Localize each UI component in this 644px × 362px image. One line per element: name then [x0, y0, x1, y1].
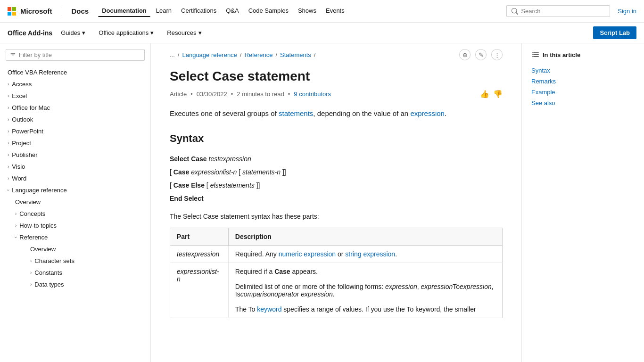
- syntax-line-1: Select Case testexpression: [170, 152, 503, 165]
- syntax-title: Syntax: [170, 132, 503, 145]
- syntax-description: The Select Case statement syntax has the…: [170, 213, 503, 220]
- toc-header: In this article: [531, 51, 635, 58]
- sidebar-item-outlook[interactable]: › Outlook: [0, 114, 150, 125]
- breadcrumb-statements[interactable]: Statements: [280, 51, 311, 58]
- breadcrumb-language-ref[interactable]: Language reference: [182, 51, 237, 58]
- syntax-line-3: [ Case Else [ elsestatements ]]: [170, 179, 503, 192]
- char-sets-chevron: ›: [30, 258, 32, 263]
- sidebar-item-publisher[interactable]: › Publisher: [0, 149, 150, 161]
- sidebar-item-excel[interactable]: › Excel: [0, 90, 150, 102]
- constants-label: Constants: [34, 269, 62, 276]
- syntax-line-4: End Select: [170, 192, 503, 205]
- toc-panel: In this article Syntax Remarks Example S…: [521, 43, 644, 362]
- breadcrumb-dots[interactable]: ...: [170, 51, 175, 58]
- sec-nav-resources[interactable]: Resources ▾: [162, 27, 206, 38]
- bc-sep1: /: [240, 51, 242, 58]
- article-contributors[interactable]: 9 contributors: [294, 90, 331, 98]
- guides-label: Guides: [61, 29, 80, 36]
- desc-link-expression[interactable]: expression: [410, 109, 445, 117]
- ppt-chevron: ›: [8, 129, 9, 134]
- breadcrumb-reference[interactable]: Reference: [244, 51, 272, 58]
- excel-chevron: ›: [8, 93, 9, 99]
- sidebar-item-access[interactable]: › Access: [0, 78, 150, 90]
- nav-documentation[interactable]: Documentation: [98, 5, 150, 17]
- reference-chevron: ›: [13, 237, 18, 238]
- table-cell-part-2: expressionlist-n: [170, 263, 229, 318]
- desc-text3: .: [445, 109, 446, 117]
- edit-icon[interactable]: ✎: [475, 49, 487, 60]
- toc-item-syntax[interactable]: Syntax: [531, 65, 635, 76]
- sec-nav-office-applications[interactable]: Office applications ▾: [94, 27, 158, 38]
- secondary-nav: Office Add-ins Guides ▾ Office applicati…: [0, 23, 644, 43]
- top-nav: Microsoft Docs Documentation Learn Certi…: [0, 0, 644, 23]
- sidebar-item-reference[interactable]: › Reference: [8, 231, 150, 243]
- nav-events[interactable]: Events: [322, 5, 348, 17]
- search-input[interactable]: [521, 8, 605, 15]
- sidebar-item-constants[interactable]: › Constants: [23, 267, 150, 279]
- syntax-block: Select Case testexpression [ Case expres…: [170, 152, 503, 205]
- link-string-expression[interactable]: string expression: [345, 250, 395, 258]
- add-to-collection-icon[interactable]: ⊕: [459, 49, 471, 60]
- sec-nav-guides[interactable]: Guides ▾: [56, 27, 90, 38]
- table-cell-desc-2: Required if a Case appears. Delimited li…: [228, 263, 502, 318]
- sidebar-item-powerpoint[interactable]: › PowerPoint: [0, 125, 150, 137]
- constants-chevron: ›: [30, 270, 32, 275]
- breadcrumb-actions: ⊕ ✎ ⋮: [459, 49, 503, 60]
- sidebar-item-how-to[interactable]: › How-to topics: [8, 220, 150, 231]
- desc-link-statements[interactable]: statements: [279, 109, 313, 117]
- docs-label: Docs: [72, 7, 89, 15]
- nav-divider: [62, 7, 62, 16]
- more-actions-icon[interactable]: ⋮: [491, 49, 503, 60]
- sidebar-item-office-for-mac[interactable]: › Office for Mac: [0, 102, 150, 114]
- word-label: Word: [12, 175, 26, 182]
- toc-item-example[interactable]: Example: [531, 87, 635, 98]
- nav-certifications[interactable]: Certifications: [177, 5, 220, 17]
- office-apps-label: Office applications: [99, 29, 149, 36]
- nav-code-samples[interactable]: Code Samples: [245, 5, 292, 17]
- visio-chevron: ›: [8, 164, 9, 169]
- thumbs-up-icon[interactable]: 👍: [480, 90, 489, 99]
- how-to-label: How-to topics: [19, 222, 57, 229]
- sidebar-item-visio[interactable]: › Visio: [0, 161, 150, 173]
- sidebar-item-word[interactable]: › Word: [0, 173, 150, 184]
- sidebar-item-office-vba[interactable]: Office VBA Reference: [0, 66, 150, 78]
- nav-learn[interactable]: Learn: [152, 5, 175, 17]
- sidebar-item-ref-overview[interactable]: Overview: [23, 243, 150, 255]
- link-keyword[interactable]: keyword: [257, 305, 281, 313]
- nav-links: Documentation Learn Certifications Q&A C…: [98, 5, 348, 17]
- article-date: 03/30/2022: [197, 90, 227, 98]
- link-numeric-expression[interactable]: numeric expression: [279, 250, 336, 258]
- breadcrumb: ... / Language reference / Reference / S…: [170, 43, 503, 68]
- table-cell-part-1: testexpression: [170, 246, 229, 263]
- sidebar-item-concepts[interactable]: › Concepts: [8, 208, 150, 220]
- sign-in-button[interactable]: Sign in: [618, 8, 636, 15]
- mac-chevron: ›: [8, 105, 9, 110]
- script-lab-button[interactable]: Script Lab: [593, 26, 636, 39]
- bc-sep2: /: [275, 51, 277, 58]
- filter-box[interactable]: [6, 49, 145, 61]
- microsoft-logo[interactable]: Microsoft: [8, 7, 52, 16]
- access-label: Access: [12, 81, 32, 88]
- sidebar-item-project[interactable]: › Project: [0, 137, 150, 149]
- visio-label: Visio: [12, 163, 25, 170]
- thumbs-down-icon[interactable]: 👎: [493, 90, 503, 99]
- nav-shows[interactable]: Shows: [294, 5, 320, 17]
- reference-label: Reference: [19, 234, 48, 241]
- article-read-time: 2 minutes to read: [237, 90, 284, 98]
- filter-input[interactable]: [19, 51, 140, 58]
- sidebar-item-character-sets[interactable]: › Character sets: [23, 255, 150, 267]
- toc-item-remarks[interactable]: Remarks: [531, 76, 635, 87]
- mac-label: Office for Mac: [12, 104, 50, 111]
- sidebar-item-lang-overview[interactable]: Overview: [8, 196, 150, 208]
- desc-text1: Executes one of several groups of: [170, 109, 279, 117]
- toc-title: In this article: [543, 51, 580, 58]
- sidebar-item-data-types[interactable]: › Data types: [23, 279, 150, 290]
- article-title: Select Case statement: [170, 68, 503, 85]
- toc-item-see-also[interactable]: See also: [531, 98, 635, 108]
- nav-qa[interactable]: Q&A: [222, 5, 242, 17]
- article-type: Article: [170, 90, 187, 98]
- table-row-expressionlist: expressionlist-n Required if a Case appe…: [170, 263, 503, 318]
- office-apps-chevron: ▾: [150, 29, 154, 36]
- sidebar-item-language-reference[interactable]: › Language reference: [0, 184, 150, 196]
- search-box[interactable]: [506, 5, 610, 17]
